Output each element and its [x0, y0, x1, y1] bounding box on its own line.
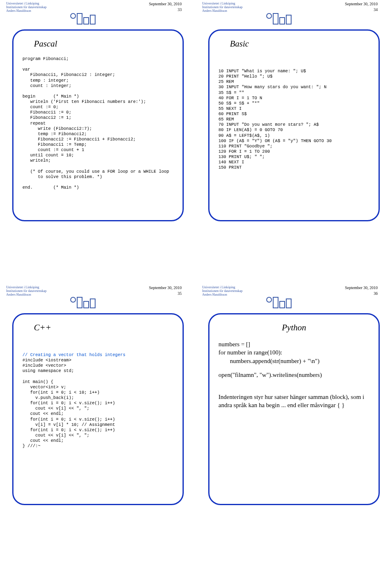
date: September 30, 2010 — [345, 285, 378, 290]
content-frame: C++ // Creating a vector that holds inte… — [12, 313, 184, 505]
slide-number: 35 — [149, 291, 182, 296]
content-frame: Pascal program Fibonacci; var Fibonacci1… — [12, 29, 184, 221]
logo-icon — [70, 13, 96, 25]
slide-title: Basic — [230, 39, 370, 49]
org-line1: Universitetet i Linköping — [202, 2, 243, 5]
code-comment: // Creating a vector that holds integers — [22, 352, 125, 357]
content-frame: Basic 10 INPUT "What is your name: "; U$… — [208, 29, 380, 221]
org-line1: Universitetet i Linköping — [6, 285, 47, 289]
slide-header: Universitetet i Linköping Institutionen … — [0, 284, 196, 297]
python-body: numbers = [] for number in range(100): n… — [218, 340, 370, 410]
python-explain: Indenteringen styr hur satser hänger sam… — [218, 393, 370, 410]
py-line: numbers.append(str(number) + "\n") — [218, 357, 370, 365]
slide-header: Universitetet i Linköping Institutionen … — [196, 284, 392, 297]
code-block: // Creating a vector that holds integers… — [22, 352, 174, 449]
slide-number: 33 — [149, 7, 182, 12]
code-block: 10 INPUT "What is your name: "; U$ 20 PR… — [218, 69, 370, 170]
header-left: Universitetet i Linköping Institutionen … — [6, 285, 47, 297]
slide-number: 36 — [345, 291, 378, 296]
header-left: Universitetet i Linköping Institutionen … — [6, 2, 47, 13]
header-left: Universitetet i Linköping Institutionen … — [202, 285, 243, 297]
author: Anders Haraldsson — [202, 293, 243, 296]
header-right: September 30, 2010 34 — [345, 2, 378, 13]
date: September 30, 2010 — [345, 2, 378, 7]
org-line1: Universitetet i Linköping — [202, 285, 243, 289]
author: Anders Haraldsson — [6, 9, 47, 13]
code-block: program Fibonacci; var Fibonacci1, Fibon… — [22, 56, 174, 190]
author: Anders Haraldsson — [6, 293, 47, 296]
python-code: numbers = [] for number in range(100): n… — [218, 340, 370, 365]
author: Anders Haraldsson — [202, 9, 243, 13]
slide-header: Universitetet i Linköping Institutionen … — [0, 0, 196, 13]
org-line2: Institutionen för datavetenskap — [202, 5, 243, 9]
slide-title: Pascal — [34, 39, 174, 49]
slide-title: C++ — [34, 323, 174, 333]
py-line: numbers = [] — [218, 341, 250, 347]
slide-number: 34 — [345, 7, 378, 12]
slide-33: Universitetet i Linköping Institutionen … — [0, 0, 196, 284]
header-left: Universitetet i Linköping Institutionen … — [202, 2, 243, 13]
header-right: September 30, 2010 35 — [149, 285, 182, 297]
logo-icon — [266, 297, 292, 308]
logo-icon — [70, 297, 96, 308]
date: September 30, 2010 — [149, 2, 182, 7]
date: September 30, 2010 — [149, 285, 182, 290]
header-right: September 30, 2010 36 — [345, 285, 378, 297]
slide-header: Universitetet i Linköping Institutionen … — [196, 0, 392, 13]
org-line2: Institutionen för datavetenskap — [6, 5, 47, 9]
slide-title: Python — [218, 323, 370, 333]
org-line1: Universitetet i Linköping — [6, 2, 47, 5]
org-line2: Institutionen för datavetenskap — [6, 289, 47, 293]
py-line: open("filnamn", "w").writelines(numbers) — [218, 371, 370, 379]
content-frame: Python numbers = [] for number in range(… — [208, 313, 380, 505]
slide-34: Universitetet i Linköping Institutionen … — [196, 0, 392, 284]
slide-35: Universitetet i Linköping Institutionen … — [0, 284, 196, 568]
code-body: #include <iostream> #include <vector> us… — [22, 358, 115, 448]
py-line: for number in range(100): — [218, 349, 282, 356]
org-line2: Institutionen för datavetenskap — [202, 289, 243, 293]
header-right: September 30, 2010 33 — [149, 2, 182, 13]
logo-icon — [266, 13, 292, 25]
slide-36: Universitetet i Linköping Institutionen … — [196, 284, 392, 568]
